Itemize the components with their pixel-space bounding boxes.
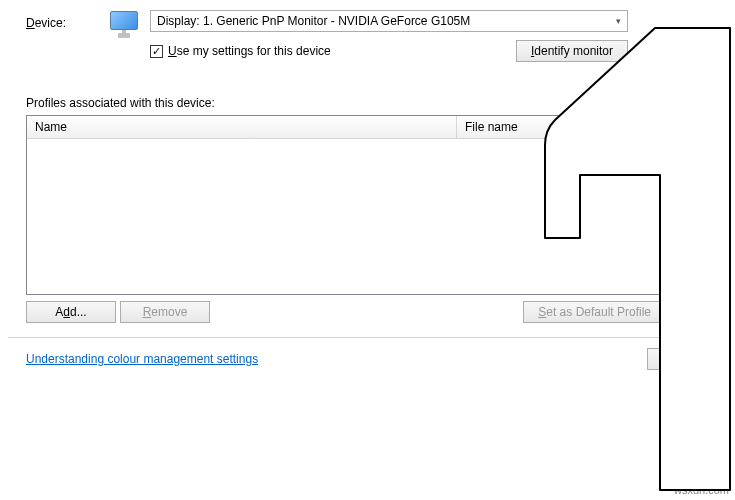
monitor-icon bbox=[108, 10, 140, 38]
understanding-link[interactable]: Understanding colour management settings bbox=[26, 352, 258, 366]
listview-header: Name File name bbox=[27, 116, 665, 139]
remove-button: Remove bbox=[120, 301, 210, 323]
device-dropdown[interactable]: Display: 1. Generic PnP Monitor - NVIDIA… bbox=[150, 10, 628, 32]
use-settings-label: Use my settings for this device bbox=[168, 44, 331, 58]
divider bbox=[8, 337, 727, 338]
chevron-down-icon: ▾ bbox=[616, 16, 621, 26]
column-name[interactable]: Name bbox=[27, 116, 457, 138]
watermark: wsxdn.com bbox=[674, 484, 729, 496]
profiles-listview[interactable]: Name File name bbox=[26, 115, 666, 295]
set-default-button: Set as Default Profile bbox=[523, 301, 666, 323]
profiles-button[interactable]: Profiles bbox=[647, 348, 717, 370]
device-dropdown-value: Display: 1. Generic PnP Monitor - NVIDIA… bbox=[157, 14, 470, 28]
identify-monitor-button[interactable]: Identify monitor bbox=[516, 40, 628, 62]
add-button[interactable]: Add... bbox=[26, 301, 116, 323]
column-filename[interactable]: File name bbox=[457, 116, 665, 138]
use-settings-checkbox[interactable]: ✓ Use my settings for this device bbox=[150, 44, 331, 58]
checkmark-icon: ✓ bbox=[150, 45, 163, 58]
device-label: Device: bbox=[8, 10, 98, 30]
profiles-section-label: Profiles associated with this device: bbox=[26, 96, 727, 110]
